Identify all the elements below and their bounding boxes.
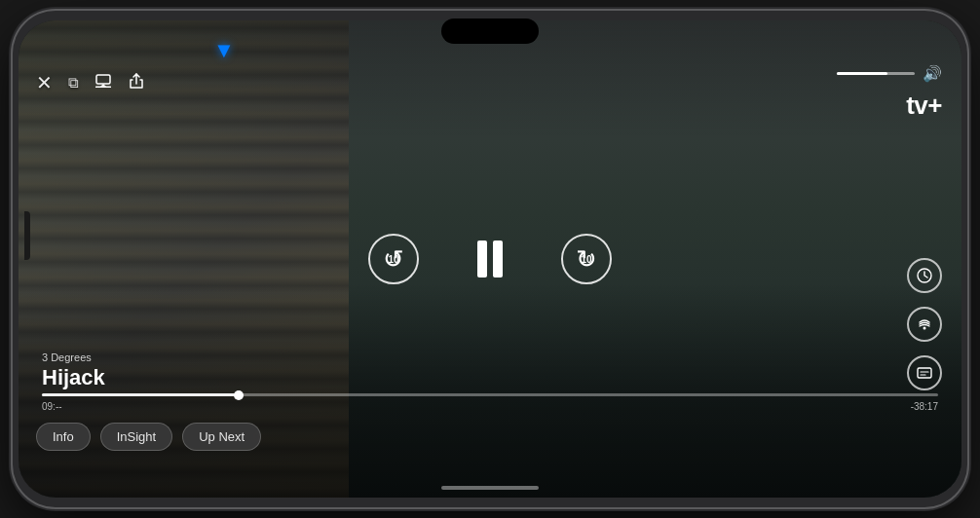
dynamic-island xyxy=(441,18,539,44)
svg-rect-1 xyxy=(95,87,111,89)
bottom-tab-bar: Info InSight Up Next xyxy=(19,423,961,451)
airplay-button[interactable] xyxy=(94,72,112,93)
time-row: 09:-- -38:17 xyxy=(42,401,938,412)
airplay-indicator-arrow xyxy=(213,38,235,63)
tab-insight[interactable]: InSight xyxy=(100,423,172,451)
svg-rect-4 xyxy=(918,368,931,378)
pip-button[interactable]: ⧉ xyxy=(68,74,79,92)
camera-cutout xyxy=(24,211,30,260)
right-utility-controls xyxy=(907,258,942,390)
current-time: 09:-- xyxy=(42,401,62,412)
show-subtitle: 3 Degrees xyxy=(42,352,105,363)
pause-bar-left xyxy=(477,240,487,278)
svg-point-3 xyxy=(923,327,926,330)
volume-fill xyxy=(837,72,887,75)
phone-frame: ✕ ⧉ xyxy=(13,11,967,507)
rewind-label: 10 xyxy=(388,254,398,265)
progress-bar-container[interactable]: 09:-- -38:17 xyxy=(42,393,938,412)
progress-fill xyxy=(42,393,239,396)
remaining-time: -38:17 xyxy=(911,401,938,412)
tab-info[interactable]: Info xyxy=(36,423,91,451)
subtitles-button[interactable] xyxy=(907,355,942,390)
pause-bar-right xyxy=(493,240,503,278)
top-controls-bar: ✕ ⧉ xyxy=(19,71,961,94)
show-title: Hijack xyxy=(42,365,105,390)
tab-up-next[interactable]: Up Next xyxy=(182,423,261,451)
audio-button[interactable] xyxy=(907,307,942,342)
progress-thumb xyxy=(234,390,244,400)
playback-controls: 10 10 xyxy=(368,234,612,284)
share-button[interactable] xyxy=(128,72,145,93)
screen: ✕ ⧉ xyxy=(19,20,961,498)
appletv-label: tv+ xyxy=(906,91,942,121)
forward-label: 10 xyxy=(581,254,591,265)
pause-button[interactable] xyxy=(477,240,503,278)
volume-icon: 🔊 xyxy=(923,64,942,83)
close-button[interactable]: ✕ xyxy=(36,71,53,94)
appletv-logo: 🔊 tv+ xyxy=(837,64,942,121)
volume-slider[interactable] xyxy=(837,72,915,75)
progress-track[interactable] xyxy=(42,393,938,396)
rewind-button[interactable]: 10 xyxy=(368,234,419,284)
svg-rect-0 xyxy=(96,75,110,84)
forward-button[interactable]: 10 xyxy=(561,234,612,284)
home-indicator xyxy=(441,486,539,490)
speed-button[interactable] xyxy=(907,258,942,293)
show-info: 3 Degrees Hijack xyxy=(42,352,105,390)
